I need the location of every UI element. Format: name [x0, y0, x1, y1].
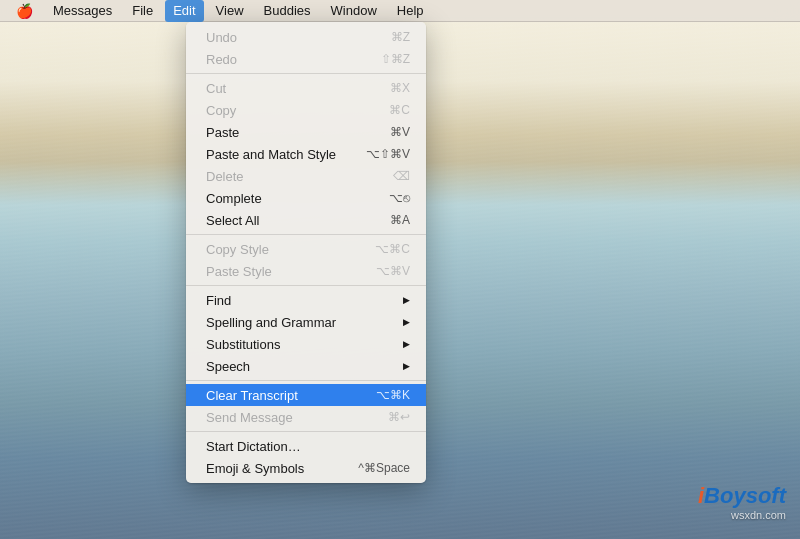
menu-item-start-dictation[interactable]: Start Dictation… [186, 435, 426, 457]
menubar-window[interactable]: Window [323, 0, 385, 22]
menubar-buddies[interactable]: Buddies [256, 0, 319, 22]
menu-item-copy[interactable]: Copy ⌘C [186, 99, 426, 121]
menu-item-cut[interactable]: Cut ⌘X [186, 77, 426, 99]
menu-item-substitutions[interactable]: Substitutions [186, 333, 426, 355]
menu-item-select-all[interactable]: Select All ⌘A [186, 209, 426, 231]
menu-item-substitutions-label: Substitutions [206, 337, 403, 352]
menubar-help[interactable]: Help [389, 0, 432, 22]
menu-item-send-message-shortcut: ⌘↩ [388, 410, 410, 424]
menubar-edit[interactable]: Edit [165, 0, 203, 22]
watermark: iBoysoft wsxdn.com [698, 483, 786, 521]
menu-item-paste-style-label: Paste Style [206, 264, 356, 279]
brand-logo: iBoysoft [698, 483, 786, 509]
menu-item-undo-shortcut: ⌘Z [391, 30, 410, 44]
menu-item-select-all-shortcut: ⌘A [390, 213, 410, 227]
menu-item-emoji-symbols-label: Emoji & Symbols [206, 461, 338, 476]
menu-item-emoji-symbols-shortcut: ^⌘Space [358, 461, 410, 475]
separator-1 [186, 73, 426, 74]
menu-item-paste-match[interactable]: Paste and Match Style ⌥⇧⌘V [186, 143, 426, 165]
separator-4 [186, 380, 426, 381]
separator-5 [186, 431, 426, 432]
menu-item-paste-match-label: Paste and Match Style [206, 147, 346, 162]
menu-item-copy-style[interactable]: Copy Style ⌥⌘C [186, 238, 426, 260]
menu-item-paste-label: Paste [206, 125, 370, 140]
menubar-messages[interactable]: Messages [45, 0, 120, 22]
menu-item-copy-shortcut: ⌘C [389, 103, 410, 117]
menu-item-speech-label: Speech [206, 359, 403, 374]
brand-suffix: Boysoft [704, 483, 786, 508]
menu-item-complete[interactable]: Complete ⌥⎋ [186, 187, 426, 209]
menu-item-paste-match-shortcut: ⌥⇧⌘V [366, 147, 410, 161]
menu-item-speech[interactable]: Speech [186, 355, 426, 377]
brand-url: wsxdn.com [698, 509, 786, 521]
menu-item-paste-style[interactable]: Paste Style ⌥⌘V [186, 260, 426, 282]
menu-item-spelling[interactable]: Spelling and Grammar [186, 311, 426, 333]
apple-menu-icon[interactable]: 🍎 [8, 0, 41, 22]
menu-item-emoji-symbols[interactable]: Emoji & Symbols ^⌘Space [186, 457, 426, 479]
menu-item-redo[interactable]: Redo ⇧⌘Z [186, 48, 426, 70]
menu-item-find-label: Find [206, 293, 403, 308]
menu-item-copy-style-shortcut: ⌥⌘C [375, 242, 410, 256]
menu-item-clear-transcript-shortcut: ⌥⌘K [376, 388, 410, 402]
menu-item-send-message[interactable]: Send Message ⌘↩ [186, 406, 426, 428]
menu-item-clear-transcript[interactable]: Clear Transcript ⌥⌘K [186, 384, 426, 406]
menu-item-clear-transcript-label: Clear Transcript [206, 388, 356, 403]
menu-item-find[interactable]: Find [186, 289, 426, 311]
menu-item-complete-label: Complete [206, 191, 369, 206]
edit-menu-dropdown: Undo ⌘Z Redo ⇧⌘Z Cut ⌘X Copy ⌘C Paste ⌘V… [186, 22, 426, 483]
menubar-view[interactable]: View [208, 0, 252, 22]
menu-item-copy-label: Copy [206, 103, 369, 118]
menu-item-send-message-label: Send Message [206, 410, 368, 425]
menu-item-copy-style-label: Copy Style [206, 242, 355, 257]
menu-item-redo-shortcut: ⇧⌘Z [381, 52, 410, 66]
separator-2 [186, 234, 426, 235]
menu-item-delete-shortcut: ⌫ [393, 169, 410, 183]
menu-item-undo-label: Undo [206, 30, 371, 45]
menu-item-redo-label: Redo [206, 52, 361, 67]
menu-item-cut-shortcut: ⌘X [390, 81, 410, 95]
menu-item-start-dictation-label: Start Dictation… [206, 439, 410, 454]
menu-item-delete[interactable]: Delete ⌫ [186, 165, 426, 187]
menu-item-complete-shortcut: ⌥⎋ [389, 191, 410, 205]
menu-item-cut-label: Cut [206, 81, 370, 96]
separator-3 [186, 285, 426, 286]
menu-item-paste-style-shortcut: ⌥⌘V [376, 264, 410, 278]
menu-item-undo[interactable]: Undo ⌘Z [186, 26, 426, 48]
menu-item-delete-label: Delete [206, 169, 373, 184]
menu-item-spelling-label: Spelling and Grammar [206, 315, 403, 330]
menu-item-paste[interactable]: Paste ⌘V [186, 121, 426, 143]
menubar: 🍎 Messages File Edit View Buddies Window… [0, 0, 800, 22]
menu-item-paste-shortcut: ⌘V [390, 125, 410, 139]
menubar-file[interactable]: File [124, 0, 161, 22]
menu-item-select-all-label: Select All [206, 213, 370, 228]
